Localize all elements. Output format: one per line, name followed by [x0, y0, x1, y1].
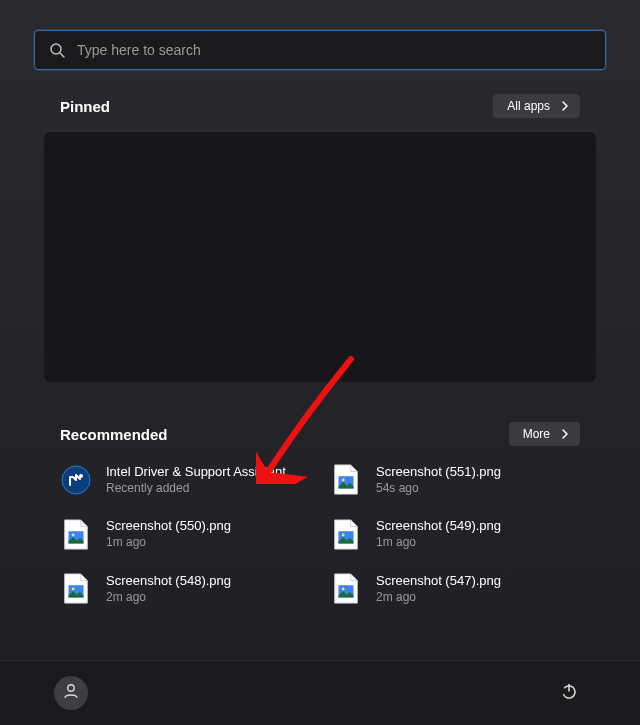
recommended-grid: Intel Driver & Support Assistant Recentl…	[60, 462, 580, 607]
search-icon	[49, 42, 65, 58]
svg-point-14	[342, 588, 345, 591]
user-icon	[62, 682, 80, 704]
svg-point-15	[68, 685, 74, 691]
search-input[interactable]	[77, 42, 591, 58]
start-menu: Pinned All apps Recommended More	[0, 0, 640, 660]
power-icon	[560, 682, 578, 704]
recommended-item-sub: Recently added	[106, 481, 286, 497]
recommended-item-sub: 2m ago	[376, 590, 501, 606]
chevron-right-icon	[560, 429, 570, 439]
image-file-icon	[60, 519, 92, 551]
all-apps-button[interactable]: All apps	[493, 94, 580, 118]
chevron-right-icon	[560, 101, 570, 111]
recommended-item[interactable]: Screenshot (550).png 1m ago	[60, 516, 310, 552]
all-apps-label: All apps	[507, 99, 550, 113]
recommended-item-sub: 1m ago	[106, 535, 231, 551]
recommended-item-title: Screenshot (547).png	[376, 573, 501, 590]
svg-point-8	[72, 533, 75, 536]
recommended-item-sub: 1m ago	[376, 535, 501, 551]
recommended-title: Recommended	[60, 426, 168, 443]
svg-point-10	[342, 533, 345, 536]
recommended-item-title: Screenshot (549).png	[376, 518, 501, 535]
pinned-title: Pinned	[60, 98, 110, 115]
recommended-item[interactable]: Screenshot (547).png 2m ago	[330, 571, 580, 607]
svg-line-1	[60, 53, 64, 57]
svg-point-12	[72, 588, 75, 591]
image-file-icon	[330, 519, 362, 551]
recommended-item-sub: 2m ago	[106, 590, 231, 606]
recommended-item-title: Intel Driver & Support Assistant	[106, 464, 286, 481]
recommended-item[interactable]: Screenshot (548).png 2m ago	[60, 571, 310, 607]
image-file-icon	[330, 573, 362, 605]
recommended-item-title: Screenshot (550).png	[106, 518, 231, 535]
more-label: More	[523, 427, 550, 441]
pinned-apps-area	[44, 132, 596, 382]
svg-point-6	[342, 479, 345, 482]
recommended-item[interactable]: Screenshot (551).png 54s ago	[330, 462, 580, 498]
intel-icon	[60, 464, 92, 496]
recommended-item[interactable]: Screenshot (549).png 1m ago	[330, 516, 580, 552]
power-button[interactable]	[552, 676, 586, 710]
svg-point-4	[79, 474, 83, 478]
search-box[interactable]	[34, 30, 606, 70]
image-file-icon	[330, 464, 362, 496]
recommended-item-title: Screenshot (548).png	[106, 573, 231, 590]
image-file-icon	[60, 573, 92, 605]
bottom-bar	[0, 660, 640, 725]
recommended-item-intel[interactable]: Intel Driver & Support Assistant Recentl…	[60, 462, 310, 498]
user-account-button[interactable]	[54, 676, 88, 710]
more-button[interactable]: More	[509, 422, 580, 446]
recommended-item-title: Screenshot (551).png	[376, 464, 501, 481]
recommended-item-sub: 54s ago	[376, 481, 501, 497]
